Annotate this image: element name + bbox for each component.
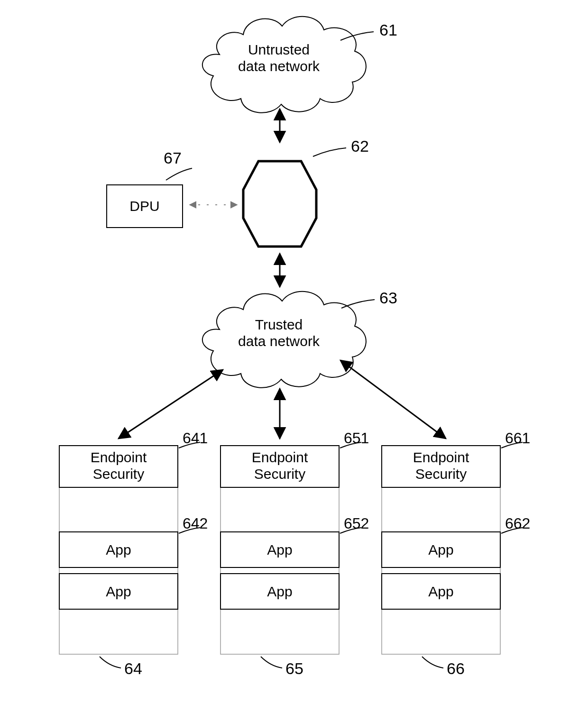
cloud-trusted: Trusted data network <box>202 292 366 388</box>
reference-number-61: 61 <box>379 21 397 39</box>
stack-2-block-1-label: App <box>428 542 453 558</box>
stack-0-block-2-label: App <box>106 584 131 599</box>
reference-number-661: 661 <box>505 430 530 447</box>
cloud-untrusted-label-1: Untrusted <box>248 42 310 57</box>
stack-0-block-0-label-1: Endpoint <box>91 449 147 465</box>
stack-2: Endpoint Security App App <box>382 446 500 654</box>
reference-number-65: 65 <box>285 659 303 677</box>
reference-number-641: 641 <box>183 430 208 447</box>
cloud-trusted-label-1: Trusted <box>255 317 303 332</box>
stack-1-block-2-label: App <box>267 584 292 599</box>
dpu-box: DPU <box>107 185 183 228</box>
reference-number-67: 67 <box>164 149 182 167</box>
reference-number-652: 652 <box>344 515 369 532</box>
hexagon-gateway <box>243 161 316 247</box>
stack-2-block-2-label: App <box>428 584 453 599</box>
stack-1: Endpoint Security App App <box>220 446 339 654</box>
diagram: Untrusted data network 61 62 DPU 67 Trus… <box>0 0 588 713</box>
reference-number-66: 66 <box>447 659 465 677</box>
ref-leader-62 <box>313 148 346 156</box>
cloud-trusted-label-2: data network <box>238 333 320 349</box>
ref-leader-64 <box>100 657 121 668</box>
reference-number-651: 651 <box>344 430 369 447</box>
stack-1-block-0-label-1: Endpoint <box>252 449 308 465</box>
cloud-untrusted: Untrusted data network <box>202 17 366 113</box>
ref-leader-66 <box>422 657 443 668</box>
stack-2-block-0-label-1: Endpoint <box>413 449 469 465</box>
reference-number-63: 63 <box>379 289 397 307</box>
arrow-trusted-to-stack-0 <box>119 370 223 439</box>
reference-number-62: 62 <box>351 137 369 155</box>
stack-1-block-1-label: App <box>267 542 292 558</box>
reference-number-662: 662 <box>505 515 530 532</box>
cloud-untrusted-label-2: data network <box>238 58 320 74</box>
ref-leader-67 <box>166 168 192 180</box>
ref-leader-65 <box>261 657 282 668</box>
reference-number-64: 64 <box>124 659 142 677</box>
stack-0: Endpoint Security App App <box>59 446 178 654</box>
arrow-trusted-to-stack-2 <box>340 360 446 439</box>
stack-1-block-0-label-2: Security <box>254 466 305 482</box>
stack-0-block-0-label-2: Security <box>93 466 144 482</box>
stack-0-block-1-label: App <box>106 542 131 558</box>
reference-number-642: 642 <box>183 515 208 532</box>
dpu-label: DPU <box>129 198 159 214</box>
stack-2-block-0-label-2: Security <box>415 466 467 482</box>
